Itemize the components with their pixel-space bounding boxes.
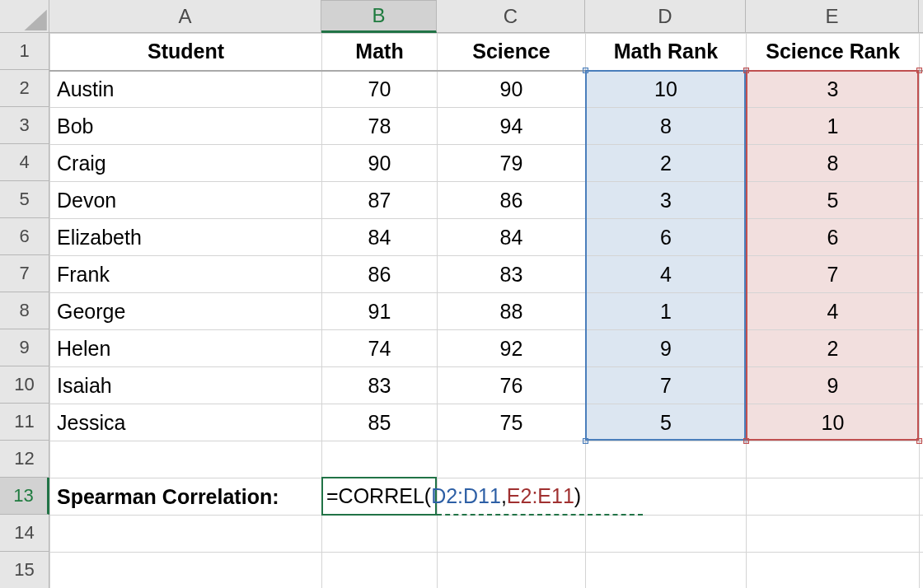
cell-B8[interactable]: 91 [322, 293, 438, 330]
cell-partial-13[interactable] [920, 478, 924, 516]
cell-E1[interactable]: Science Rank [747, 34, 920, 71]
column-header-D[interactable]: D [585, 0, 746, 33]
cell-B7[interactable]: 86 [322, 256, 438, 293]
cell-partial-10[interactable] [920, 367, 924, 404]
row-header-8[interactable]: 8 [0, 292, 49, 329]
row-header-7[interactable]: 7 [0, 255, 49, 292]
cell-E2[interactable]: 3 [747, 71, 920, 108]
cell-C7[interactable]: 83 [438, 256, 586, 293]
cell-D3[interactable]: 8 [586, 108, 747, 145]
cell-E10[interactable]: 9 [747, 367, 920, 404]
formula-edit-cell[interactable]: =CORREL(D2:D11, E2:E11) [321, 477, 437, 516]
cell-A10[interactable]: Isaiah [50, 367, 322, 404]
cell-D5[interactable]: 3 [586, 182, 747, 219]
cell-partial-1[interactable] [920, 34, 924, 71]
cell-E14[interactable] [747, 516, 920, 553]
cell-E13[interactable] [747, 478, 920, 516]
cell-D9[interactable]: 9 [586, 330, 747, 367]
cell-C6[interactable]: 84 [438, 219, 586, 256]
cell-D2[interactable]: 10 [586, 71, 747, 108]
cell-C9[interactable]: 92 [438, 330, 586, 367]
cell-D14[interactable] [586, 516, 747, 553]
cell-A8[interactable]: George [50, 293, 322, 330]
row-header-11[interactable]: 11 [0, 404, 49, 441]
cell-A13[interactable]: Spearman Correlation: [50, 478, 322, 516]
cell-B11[interactable]: 85 [322, 404, 438, 441]
cell-C1[interactable]: Science [438, 34, 586, 71]
cell-E15[interactable] [747, 553, 920, 589]
cell-B4[interactable]: 90 [322, 145, 438, 182]
cell-C4[interactable]: 79 [438, 145, 586, 182]
row-header-2[interactable]: 2 [0, 70, 49, 107]
cell-E7[interactable]: 7 [747, 256, 920, 293]
cell-B9[interactable]: 74 [322, 330, 438, 367]
cell-C10[interactable]: 76 [438, 367, 586, 404]
cell-C5[interactable]: 86 [438, 182, 586, 219]
cell-D10[interactable]: 7 [586, 367, 747, 404]
cell-E5[interactable]: 5 [747, 182, 920, 219]
cell-B5[interactable]: 87 [322, 182, 438, 219]
cell-partial-2[interactable] [920, 71, 924, 108]
cell-A6[interactable]: Elizabeth [50, 219, 322, 256]
row-header-1[interactable]: 1 [0, 33, 49, 70]
cell-E9[interactable]: 2 [747, 330, 920, 367]
cell-E3[interactable]: 1 [747, 108, 920, 145]
cell-partial-12[interactable] [920, 441, 924, 478]
cell-partial-5[interactable] [920, 182, 924, 219]
cell-partial-15[interactable] [920, 553, 924, 589]
cell-A4[interactable]: Craig [50, 145, 322, 182]
cell-partial-6[interactable] [920, 219, 924, 256]
cell-B12[interactable] [322, 441, 438, 478]
cell-A12[interactable] [50, 441, 322, 478]
cell-B10[interactable]: 83 [322, 367, 438, 404]
cell-C2[interactable]: 90 [438, 71, 586, 108]
cell-C11[interactable]: 75 [438, 404, 586, 441]
cell-A1[interactable]: Student [50, 34, 322, 71]
cell-D4[interactable]: 2 [586, 145, 747, 182]
cell-D13[interactable] [586, 478, 747, 516]
row-header-13[interactable]: 13 [0, 478, 49, 515]
cell-D12[interactable] [586, 441, 747, 478]
cell-partial-4[interactable] [920, 145, 924, 182]
cell-E11[interactable]: 10 [747, 404, 920, 441]
cell-partial-9[interactable] [920, 330, 924, 367]
cell-C3[interactable]: 94 [438, 108, 586, 145]
column-header-partial[interactable] [919, 0, 923, 33]
column-header-A[interactable]: A [49, 0, 321, 33]
row-header-9[interactable]: 9 [0, 329, 49, 366]
cell-partial-3[interactable] [920, 108, 924, 145]
select-all-corner[interactable] [0, 0, 49, 33]
cell-B15[interactable] [322, 553, 438, 589]
row-header-4[interactable]: 4 [0, 144, 49, 181]
cell-E4[interactable]: 8 [747, 145, 920, 182]
cell-A7[interactable]: Frank [50, 256, 322, 293]
cell-D6[interactable]: 6 [586, 219, 747, 256]
row-header-15[interactable]: 15 [0, 552, 49, 588]
cell-partial-8[interactable] [920, 293, 924, 330]
cell-D1[interactable]: Math Rank [586, 34, 747, 71]
row-header-12[interactable]: 12 [0, 441, 49, 478]
row-header-10[interactable]: 10 [0, 366, 49, 404]
cell-partial-7[interactable] [920, 256, 924, 293]
cell-B14[interactable] [322, 516, 438, 553]
cell-A15[interactable] [50, 553, 322, 589]
cell-D8[interactable]: 1 [586, 293, 747, 330]
cell-B3[interactable]: 78 [322, 108, 438, 145]
row-header-3[interactable]: 3 [0, 107, 49, 144]
cell-D15[interactable] [586, 553, 747, 589]
cell-B2[interactable]: 70 [322, 71, 438, 108]
cell-E12[interactable] [747, 441, 920, 478]
cell-A3[interactable]: Bob [50, 108, 322, 145]
cell-A11[interactable]: Jessica [50, 404, 322, 441]
cell-E8[interactable]: 4 [747, 293, 920, 330]
cell-partial-11[interactable] [920, 404, 924, 441]
cell-A2[interactable]: Austin [50, 71, 322, 108]
cell-partial-14[interactable] [920, 516, 924, 553]
cell-C14[interactable] [438, 516, 586, 553]
cell-C15[interactable] [438, 553, 586, 589]
cell-D11[interactable]: 5 [586, 404, 747, 441]
cell-C8[interactable]: 88 [438, 293, 586, 330]
row-header-5[interactable]: 5 [0, 181, 49, 218]
cell-D7[interactable]: 4 [586, 256, 747, 293]
cell-B6[interactable]: 84 [322, 219, 438, 256]
